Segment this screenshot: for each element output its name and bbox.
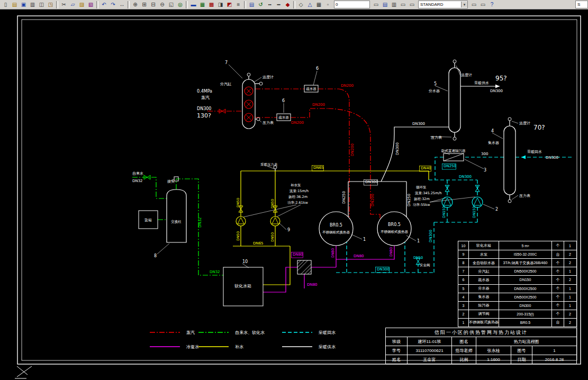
open-file-button[interactable]: ▤ — [11, 1, 19, 8]
lineweight-button[interactable]: ━ — [275, 1, 283, 8]
zoom-previous-button[interactable]: ⊟ — [149, 1, 158, 8]
pipe-label: 盐箱 — [144, 218, 152, 222]
pipe-label: 不锈钢板式换热器 — [322, 230, 350, 234]
zoom-window-button[interactable]: ⊞ — [140, 1, 149, 8]
plot-icon: ▥ — [30, 2, 35, 7]
layer-states-button[interactable]: ▥ — [390, 1, 399, 8]
redo-button[interactable]: ↷ — [109, 1, 117, 8]
linetype-control-button[interactable]: ▭ — [399, 1, 408, 8]
markup-button[interactable]: ◩ — [225, 1, 234, 8]
pipe-label: DN250 — [444, 164, 456, 168]
style-combo-partial-value: S — [576, 2, 582, 7]
equipment-table: 10软化水箱5 m³个19水泵IS50-32-200C台28全自动软水器3T/h… — [458, 241, 577, 327]
text-style-control-button[interactable]: ▭ — [479, 1, 487, 8]
named-views-button[interactable]: ◱ — [167, 1, 176, 8]
zoom-realtime-button[interactable]: ⊕ — [131, 1, 140, 8]
pipe-label: 循环泵 — [416, 185, 427, 189]
student-id-value: 311107000621 — [407, 346, 451, 355]
pipe-label: 压力表 — [431, 135, 442, 140]
publish-button[interactable]: ◳ — [47, 1, 55, 8]
quickcalc-icon: ≡ — [237, 2, 240, 7]
equip-cell: 2 — [564, 276, 576, 284]
pipe-label: 集水器 — [488, 141, 499, 145]
match-properties-button[interactable]: ▧ — [87, 1, 95, 8]
layer-previous-button[interactable]: ↺ — [257, 1, 265, 8]
equip-cell: 个 — [551, 259, 564, 267]
equip-cell: IS50-32-200C — [499, 250, 551, 258]
pipe-label: DN200 — [341, 84, 354, 88]
plot-preview-icon: ◫ — [39, 2, 44, 7]
layer-manager-button[interactable]: ▤ — [381, 1, 390, 8]
pan-button[interactable]: ↔ — [118, 1, 126, 8]
copy-button[interactable]: ▱ — [69, 1, 77, 8]
equip-cell: 个 — [551, 267, 564, 275]
text-style-button[interactable]: ◇ — [297, 1, 305, 8]
lineweight-control-button[interactable]: ▭ — [408, 1, 417, 8]
class-value: 建环11-01班 — [407, 337, 451, 346]
save-file-button[interactable]: ▣ — [20, 1, 28, 8]
tool-palettes-button[interactable]: ▩ — [207, 1, 216, 8]
pipe-label: BR0.5 — [388, 222, 401, 227]
hatch-line — [304, 267, 311, 274]
pipe-label: 130? — [197, 112, 211, 119]
equip-cell: 个 — [551, 285, 564, 293]
table-style-button[interactable]: ▦ — [315, 1, 323, 8]
layers-button[interactable]: ▤ — [248, 1, 256, 8]
orbit-button[interactable]: ◎ — [176, 1, 185, 8]
leader-line — [406, 236, 416, 241]
equip-cell: 除污器 — [468, 302, 499, 310]
toolbar-separator — [128, 1, 130, 8]
dim-style-button[interactable]: △ — [306, 1, 314, 8]
pipe-label: 3 — [484, 168, 486, 173]
make-object-layer-button[interactable]: ▭ — [372, 1, 381, 8]
toolbar-separator — [244, 1, 246, 8]
pipe-label: 采暖压力表 — [260, 162, 278, 167]
date-label: 日期 — [511, 355, 532, 364]
equip-cell: 6 — [458, 276, 468, 284]
plot-button[interactable]: ▥ — [29, 1, 37, 8]
orbit-icon: ◎ — [178, 2, 183, 7]
zoom-out-button[interactable]: ⊖ — [158, 1, 167, 8]
layer-field[interactable] — [334, 1, 370, 8]
new-file-button[interactable]: ▯ — [2, 1, 10, 8]
style-combo-partial[interactable]: S — [575, 1, 588, 8]
match-properties-icon: ▧ — [88, 2, 93, 7]
equip-cell: 水泵 — [468, 250, 499, 258]
chevron-down-icon[interactable]: ▾ — [461, 2, 467, 7]
open-file-icon: ▤ — [12, 2, 17, 7]
linetype-icon: ╍ — [268, 2, 271, 7]
pipe-label: 4 — [491, 129, 494, 133]
pipe-label: DN80 — [331, 248, 335, 258]
paste-button[interactable]: ▨ — [78, 1, 86, 8]
heat-exchanger — [319, 212, 353, 246]
sheet-set-button[interactable]: ◨ — [216, 1, 225, 8]
pipe-label: 1 — [363, 237, 366, 242]
flow-arrow-icon — [495, 85, 500, 88]
zoom-previous-icon: ⊟ — [151, 2, 155, 7]
plot-preview-button[interactable]: ◫ — [38, 1, 46, 8]
osnap-button[interactable]: ▫ — [324, 1, 332, 8]
text-style-combo[interactable]: STANDARD ▾ — [418, 1, 468, 8]
equip-cell: 分水器 — [468, 285, 499, 293]
leader-line — [483, 204, 494, 209]
designcenter-button[interactable]: ▦ — [198, 1, 207, 8]
equip-cell: 台 — [551, 250, 564, 258]
properties-button[interactable]: ▬ — [189, 1, 198, 8]
undo-button[interactable]: ↶ — [100, 1, 108, 8]
quickcalc-button[interactable]: ≡ — [234, 1, 243, 8]
name-label: 姓名 — [386, 355, 407, 364]
pipe-label: 扬程:32m — [414, 197, 430, 201]
dim-style-control-button[interactable]: ▭ — [470, 1, 478, 8]
linetype-button[interactable]: ╍ — [266, 1, 274, 8]
cut-button[interactable]: ✂ — [60, 1, 68, 8]
pipe-label: DN300 — [490, 89, 503, 93]
table-row: 4集水器DN500X2500个1 — [458, 293, 576, 301]
equip-cell: 集水器 — [468, 293, 499, 301]
cut-icon: ✂ — [61, 2, 66, 7]
toolbar-separator — [56, 1, 58, 8]
pipe-label: 10 — [242, 259, 248, 264]
color-control-button[interactable]: ◆ — [284, 1, 292, 8]
hatch-line — [297, 260, 301, 264]
pipe-label: 蒸汽 — [201, 95, 210, 100]
help-button[interactable]: ? — [488, 1, 496, 8]
